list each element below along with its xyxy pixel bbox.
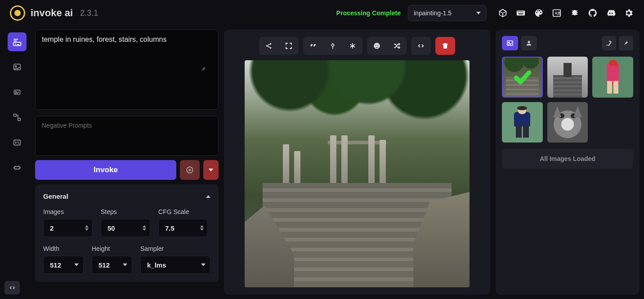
chevron-up-icon — [206, 195, 210, 198]
svg-point-15 — [15, 91, 16, 92]
console-toggle-button[interactable] — [4, 281, 20, 295]
svg-rect-19 — [14, 166, 20, 169]
quote-icon[interactable] — [303, 37, 323, 55]
face-icon[interactable] — [367, 37, 387, 55]
general-accordion: General Images 2 Steps 50 — [35, 184, 219, 282]
chevron-down-icon — [123, 263, 127, 266]
stepper-icon — [85, 225, 89, 231]
svg-point-26 — [377, 45, 378, 46]
gallery-thumb[interactable] — [592, 57, 633, 98]
github-icon[interactable] — [587, 8, 598, 18]
general-header[interactable]: General — [35, 188, 219, 205]
svg-point-28 — [509, 42, 510, 43]
gallery-thumb[interactable] — [502, 57, 543, 98]
pin-icon[interactable] — [200, 66, 207, 75]
share-icon[interactable] — [259, 37, 279, 55]
image-preview[interactable] — [245, 60, 470, 287]
rail-training[interactable] — [8, 158, 27, 177]
images-label: Images — [43, 208, 93, 215]
palette-icon[interactable] — [533, 8, 544, 18]
viewer-panel — [224, 30, 490, 295]
svg-rect-5 — [523, 11, 523, 12]
cancel-button[interactable] — [180, 160, 200, 180]
chevron-down-icon — [74, 263, 79, 266]
cfg-input[interactable]: 7.5 — [158, 219, 208, 237]
gallery-tab-images[interactable] — [502, 36, 518, 50]
images-input[interactable]: 2 — [43, 219, 93, 237]
seed-icon[interactable] — [323, 37, 343, 55]
stepper-icon — [143, 225, 146, 231]
version-text: 2.3.1 — [80, 9, 98, 18]
cube-icon[interactable] — [497, 8, 508, 18]
discord-icon[interactable] — [605, 8, 616, 18]
rail-unified-canvas[interactable] — [8, 83, 27, 102]
svg-point-13 — [15, 66, 17, 67]
stepper-icon — [200, 225, 204, 231]
asterisk-icon[interactable] — [343, 37, 362, 55]
invoke-button[interactable]: Invoke — [35, 160, 176, 180]
prompt-input[interactable] — [35, 30, 219, 110]
settings-icon[interactable] — [623, 8, 634, 18]
svg-point-29 — [528, 41, 530, 43]
svg-point-21 — [266, 45, 268, 46]
chevron-down-icon — [201, 263, 206, 266]
sampler-select[interactable]: k_lms — [140, 256, 210, 274]
language-icon[interactable]: A文 — [551, 8, 562, 18]
svg-text:文: 文 — [557, 11, 561, 15]
svg-rect-16 — [14, 114, 17, 116]
gallery-thumb[interactable] — [547, 102, 588, 143]
viewer-toolbar — [259, 37, 455, 55]
steps-input[interactable]: 50 — [101, 219, 150, 237]
height-select[interactable]: 512 — [92, 256, 132, 274]
svg-rect-1 — [518, 11, 519, 12]
svg-rect-0 — [517, 11, 525, 16]
invoke-dropdown-button[interactable] — [203, 160, 219, 180]
chevron-down-icon — [476, 12, 481, 14]
gallery-thumb[interactable] — [547, 57, 588, 98]
svg-rect-2 — [519, 11, 519, 12]
rail-text-to-image[interactable] — [8, 32, 27, 51]
bug-icon[interactable] — [569, 8, 580, 18]
nav-rail — [4, 30, 30, 295]
shuffle-icon[interactable] — [387, 37, 407, 55]
width-select[interactable]: 512 — [43, 256, 84, 274]
general-title: General — [43, 192, 68, 200]
svg-point-11 — [15, 43, 16, 44]
gallery-tab-user[interactable] — [521, 36, 537, 50]
rail-nodes[interactable] — [8, 108, 27, 127]
status-text: Processing Complete — [336, 9, 401, 17]
svg-point-25 — [376, 45, 376, 46]
svg-point-22 — [270, 43, 271, 45]
delete-button[interactable] — [435, 37, 455, 55]
rail-postprocess[interactable] — [8, 133, 27, 152]
keyboard-icon[interactable] — [515, 8, 526, 18]
gallery-loaded-text: All Images Loaded — [502, 149, 633, 169]
model-select[interactable]: inpainting-1.5 — [408, 5, 487, 21]
gallery-thumb[interactable] — [502, 102, 543, 143]
expand-icon[interactable] — [279, 37, 299, 55]
brand-text: invoke ai — [31, 7, 73, 19]
check-icon — [502, 57, 543, 98]
model-select-value: inpainting-1.5 — [414, 9, 452, 17]
app-logo: invoke ai 2.3.1 — [10, 5, 98, 21]
cfg-label: CFG Scale — [158, 208, 208, 215]
svg-rect-4 — [521, 11, 522, 12]
svg-point-23 — [270, 47, 271, 49]
svg-point-24 — [374, 43, 380, 49]
code-icon[interactable] — [411, 37, 431, 55]
gallery-settings-icon[interactable] — [602, 36, 616, 50]
gallery-pin-icon[interactable] — [619, 36, 633, 50]
steps-label: Steps — [101, 208, 150, 215]
sampler-label: Sampler — [140, 245, 210, 252]
negative-prompt-input[interactable] — [35, 116, 219, 156]
rail-image-to-image[interactable] — [8, 58, 27, 76]
svg-rect-18 — [14, 140, 21, 145]
width-label: Width — [43, 245, 84, 252]
svg-rect-6 — [519, 13, 523, 14]
gallery-panel: All Images Loaded — [496, 30, 640, 295]
height-label: Height — [92, 245, 132, 252]
svg-rect-3 — [520, 11, 521, 12]
